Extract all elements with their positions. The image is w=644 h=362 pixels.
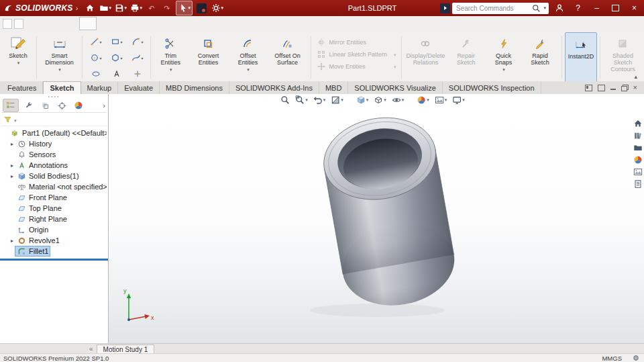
help-button[interactable]: ? — [570, 1, 586, 15]
point-tool-button[interactable] — [127, 66, 148, 82]
tree-item-solid-bodies[interactable]: Solid Bodies(1) — [0, 171, 108, 181]
file-explorer-icon[interactable] — [632, 142, 643, 153]
trim-entities-button[interactable]: Trim Entities — [154, 32, 187, 83]
custom-properties-icon[interactable] — [632, 179, 643, 189]
view-orientation-icon[interactable] — [356, 95, 370, 105]
previous-view-icon[interactable] — [313, 95, 327, 105]
dimxpert-manager-tab[interactable] — [54, 99, 69, 111]
ribbon-collapse-button[interactable]: ▴ — [634, 73, 637, 80]
tree-item-annotations[interactable]: Annotations — [0, 160, 108, 171]
line-tool-button[interactable] — [85, 34, 106, 50]
tab-solidworks-inspection[interactable]: SOLIDWORKS Inspection — [443, 81, 541, 94]
motion-study-tab[interactable]: Motion Study 1 — [97, 345, 155, 354]
ellipse-tool-button[interactable] — [85, 66, 106, 82]
print-button[interactable] — [128, 1, 144, 15]
hide-show-items-icon[interactable] — [391, 95, 405, 105]
offset-entities-button[interactable]: Offset Entities — [229, 32, 266, 83]
repair-sketch-button[interactable]: Repair Sketch — [446, 32, 485, 83]
zoom-to-fit-icon[interactable] — [280, 95, 290, 105]
ring-model[interactable]: y x — [109, 94, 644, 344]
caret-down-icon[interactable] — [502, 66, 505, 71]
rapid-sketch-button[interactable]: Rapid Sketch — [521, 32, 559, 83]
restore-document-button[interactable] — [621, 85, 628, 91]
tree-filter-bar[interactable] — [1, 114, 107, 126]
move-entities-button[interactable]: Move Entities — [317, 62, 396, 71]
tree-item-history[interactable]: History — [0, 138, 108, 149]
tree-item-top-plane[interactable]: Top Plane — [0, 203, 108, 214]
apply-scene-icon[interactable] — [434, 95, 448, 105]
tab-features[interactable]: Features — [1, 81, 43, 94]
search-scope-icon[interactable] — [440, 3, 450, 13]
linear-sketch-pattern-button[interactable]: Linear Sketch Pattern — [317, 50, 396, 59]
tree-item-fillet1[interactable]: Fillet1 — [0, 246, 108, 257]
expand-arrow-icon[interactable] — [9, 163, 15, 169]
tab-mbd-dimensions[interactable]: MBD Dimensions — [160, 81, 229, 94]
search-commands-box[interactable] — [452, 3, 549, 14]
appearances-scenes-icon[interactable] — [632, 154, 643, 165]
offset-on-surface-button[interactable]: Offset On Surface — [266, 32, 308, 83]
smart-dimension-button[interactable]: Smart Dimension — [40, 32, 79, 83]
graphics-viewport[interactable]: y x — [109, 94, 644, 344]
caret-down-icon[interactable] — [246, 66, 250, 71]
redo-button[interactable]: ↷ — [159, 1, 174, 15]
caret-down-icon[interactable] — [13, 116, 17, 124]
tree-item-origin[interactable]: Origin — [0, 224, 108, 235]
polygon-tool-button[interactable] — [106, 50, 127, 66]
tab-evaluate[interactable]: Evaluate — [118, 81, 160, 94]
display-manager-tab[interactable] — [71, 99, 86, 111]
scroll-tabs-left-icon[interactable]: « — [89, 345, 93, 353]
convert-entities-button[interactable]: Convert Entities — [187, 32, 229, 83]
rollback-bar[interactable] — [0, 259, 108, 261]
search-input[interactable] — [455, 4, 530, 13]
pane-toggle-icon[interactable] — [585, 85, 592, 91]
close-document-button[interactable]: × — [633, 84, 637, 91]
configuration-manager-tab[interactable] — [38, 99, 52, 111]
caret-down-icon[interactable] — [393, 63, 396, 70]
caret-down-icon[interactable] — [17, 59, 20, 64]
account-button[interactable] — [551, 1, 568, 15]
tab-mbd[interactable]: MBD — [319, 81, 348, 94]
minimize-document-button[interactable] — [610, 89, 616, 90]
tree-item-revolve1[interactable]: Revolve1 — [0, 235, 108, 246]
undo-button[interactable]: ↶ — [144, 1, 159, 15]
text-tool-button[interactable] — [106, 66, 127, 82]
quick-snaps-button[interactable]: Quick Snaps — [486, 32, 521, 83]
spline-tool-button[interactable] — [127, 50, 148, 66]
caret-down-icon[interactable] — [58, 66, 61, 71]
tree-item-right-plane[interactable]: Right Plane — [0, 214, 108, 224]
rectangle-tool-button[interactable] — [106, 34, 127, 50]
mirror-entities-button[interactable]: Mirror Entities — [317, 38, 396, 47]
view-settings-icon[interactable] — [451, 95, 466, 105]
home-button[interactable] — [82, 1, 97, 15]
expand-arrow-icon[interactable] — [9, 173, 15, 179]
panel-drag-handle[interactable]: •••• — [48, 94, 60, 99]
close-button[interactable]: × — [626, 1, 643, 15]
zoom-to-area-icon[interactable] — [294, 95, 309, 105]
caret-down-icon[interactable] — [393, 51, 396, 58]
instant2d-button[interactable]: Instant2D — [565, 32, 597, 83]
filter-funnel-icon[interactable] — [3, 116, 12, 124]
feature-manager-tab[interactable] — [3, 99, 19, 112]
options-gear-button[interactable] — [209, 1, 225, 15]
edit-appearance-icon[interactable] — [416, 95, 430, 105]
display-delete-relations-button[interactable]: Display/Delete Relations — [405, 32, 446, 83]
frame-icon[interactable] — [598, 85, 605, 91]
units-indicator[interactable]: MMGS — [602, 355, 622, 362]
tab-solidworks-visualize[interactable]: SOLIDWORKS Visualize — [348, 81, 442, 94]
arc-tool-button[interactable] — [127, 34, 148, 50]
open-document-button[interactable] — [97, 1, 113, 15]
maximize-button[interactable] — [607, 1, 624, 15]
search-caret-icon[interactable] — [543, 5, 546, 11]
circle-tool-button[interactable] — [85, 50, 106, 66]
view-palette-icon[interactable] — [632, 167, 643, 177]
expand-arrow-icon[interactable] — [9, 141, 15, 147]
tab-sketch[interactable]: Sketch — [43, 81, 80, 94]
select-tool-button[interactable] — [176, 1, 193, 15]
tree-item-front-plane[interactable]: Front Plane — [0, 192, 108, 203]
minimize-button[interactable]: – — [588, 1, 605, 15]
property-manager-tab[interactable] — [21, 99, 36, 111]
tree-root-part[interactable]: Part1 (Default) <<Default>_Display Sta..… — [0, 128, 108, 138]
sketch-button[interactable]: Sketch — [3, 32, 34, 83]
design-library-icon[interactable] — [632, 130, 643, 141]
tree-item-material[interactable]: Material <not specified> — [0, 181, 108, 192]
